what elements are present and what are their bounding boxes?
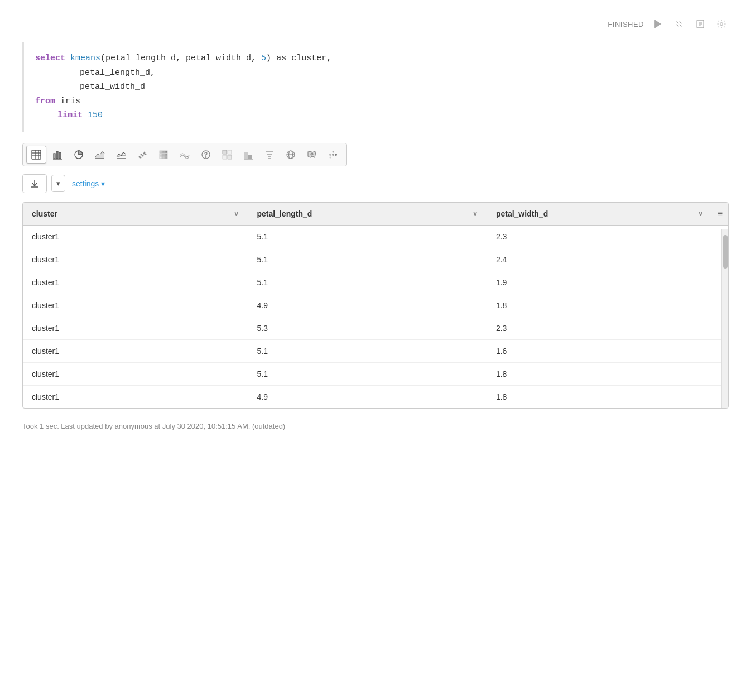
svg-line-2: [680, 22, 682, 24]
footer-text: Took 1 sec. Last updated by anonymous at…: [22, 422, 285, 430]
book-button[interactable]: [693, 17, 707, 31]
line-chart-button[interactable]: [111, 146, 131, 164]
col-label-petal-width: petal_width_d: [496, 209, 548, 218]
cell-petal_length_d: 5.1: [248, 339, 487, 362]
chart-type-toolbar: [22, 143, 347, 166]
table-header-row: cluster ∨ petal_length_d ∨ petal_width_d: [23, 203, 728, 226]
svg-rect-40: [165, 156, 167, 159]
svg-rect-15: [54, 154, 55, 159]
scrollbar-track[interactable]: [721, 229, 728, 408]
table-row: cluster15.32.3: [23, 317, 728, 339]
footer: Took 1 sec. Last updated by anonymous at…: [22, 418, 729, 435]
svg-rect-32: [160, 151, 162, 153]
bar-chart-button[interactable]: [47, 146, 68, 164]
num-literal-5: 5: [261, 54, 266, 63]
table-row: cluster15.11.8: [23, 362, 728, 385]
svg-rect-37: [165, 154, 167, 156]
svg-rect-44: [228, 150, 232, 154]
cell-petal_width_d: 1.8: [487, 294, 711, 317]
col-label-petal-length: petal_length_d: [257, 209, 312, 218]
col-header-petal-length[interactable]: petal_length_d ∨: [248, 203, 487, 226]
cell-cluster: cluster1: [23, 362, 248, 385]
svg-rect-34: [165, 151, 167, 153]
pivot-button[interactable]: [217, 146, 237, 164]
table-row: cluster15.11.9: [23, 271, 728, 294]
dot-button[interactable]: [323, 146, 343, 164]
results-table: cluster ∨ petal_length_d ∨ petal_width_d: [23, 203, 728, 408]
num-literal-150: 150: [88, 111, 103, 120]
table-iris: iris: [60, 97, 80, 106]
download-button[interactable]: [22, 174, 47, 193]
cell-petal_length_d: 5.1: [248, 362, 487, 385]
table-row: cluster15.11.6: [23, 339, 728, 362]
pie-chart-button[interactable]: [69, 146, 89, 164]
svg-rect-16: [56, 151, 58, 159]
table-body: cluster15.12.3cluster15.12.4cluster15.11…: [23, 225, 728, 408]
code-editor: select kmeans(petal_length_d, petal_widt…: [22, 42, 729, 132]
download-dropdown-button[interactable]: ▾: [51, 175, 65, 192]
col-petal-width: petal_width_d: [80, 82, 145, 92]
svg-rect-47: [244, 152, 248, 159]
svg-point-31: [143, 152, 145, 154]
svg-point-59: [332, 154, 334, 156]
top-toolbar: FINISHED: [22, 11, 729, 37]
cell-petal_width_d: 1.8: [487, 385, 711, 408]
svg-point-61: [330, 156, 331, 158]
settings-arrow-icon: ▾: [101, 179, 105, 188]
settings-label: settings: [72, 179, 99, 188]
col-header-petal-width[interactable]: petal_width_d ∨: [487, 203, 711, 226]
svg-point-27: [142, 155, 144, 156]
svg-point-62: [333, 151, 334, 152]
col-header-menu[interactable]: ≡: [712, 203, 728, 226]
cohort-button[interactable]: [175, 146, 195, 164]
svg-rect-36: [162, 154, 165, 156]
svg-rect-45: [223, 155, 227, 159]
bar2-button[interactable]: [238, 146, 258, 164]
svg-point-58: [329, 154, 331, 156]
svg-point-57: [311, 153, 313, 155]
cell-petal_length_d: 5.3: [248, 317, 487, 339]
cell-cluster: cluster1: [23, 294, 248, 317]
settings-button[interactable]: settings ▾: [70, 176, 107, 191]
svg-rect-38: [160, 156, 162, 159]
cell-petal_width_d: 1.8: [487, 362, 711, 385]
svg-line-3: [677, 25, 679, 27]
heatmap-button[interactable]: [153, 146, 174, 164]
svg-point-29: [145, 153, 147, 155]
svg-rect-39: [162, 156, 165, 159]
cell-petal_width_d: 2.3: [487, 225, 711, 248]
area-chart-button[interactable]: [90, 146, 110, 164]
map2-button[interactable]: [302, 146, 322, 164]
run-button[interactable]: [651, 17, 665, 31]
col-label-cluster: cluster: [32, 209, 57, 218]
keyword-from: from: [35, 97, 55, 106]
scrollbar-thumb[interactable]: [723, 235, 728, 269]
table-row: cluster15.12.4: [23, 248, 728, 271]
gear-button[interactable]: [714, 17, 729, 31]
col-petal-length: petal_length_d,: [80, 68, 155, 78]
results-table-wrapper: cluster ∨ petal_length_d ∨ petal_width_d: [22, 202, 729, 409]
svg-point-60: [335, 154, 337, 156]
svg-rect-46: [228, 155, 232, 159]
svg-rect-48: [248, 155, 252, 159]
svg-rect-33: [162, 151, 165, 153]
keyword-as: as: [276, 54, 286, 63]
svg-rect-17: [59, 152, 61, 159]
table-row: cluster14.91.8: [23, 294, 728, 317]
svg-line-1: [677, 22, 679, 24]
help-button[interactable]: [196, 146, 216, 164]
cell-petal_width_d: 1.6: [487, 339, 711, 362]
cell-cluster: cluster1: [23, 339, 248, 362]
table-row: cluster14.91.8: [23, 385, 728, 408]
table-view-button[interactable]: [26, 146, 46, 164]
status-label: FINISHED: [608, 20, 644, 28]
column-menu-button[interactable]: ≡: [716, 209, 724, 219]
map-button[interactable]: [281, 146, 301, 164]
cell-petal_width_d: 2.4: [487, 248, 711, 271]
scatter-chart-button[interactable]: [132, 146, 152, 164]
svg-point-9: [720, 23, 723, 26]
stop-button[interactable]: [672, 17, 686, 31]
funnel-button[interactable]: [259, 146, 280, 164]
col-header-cluster[interactable]: cluster ∨: [23, 203, 248, 226]
svg-line-4: [680, 25, 682, 27]
